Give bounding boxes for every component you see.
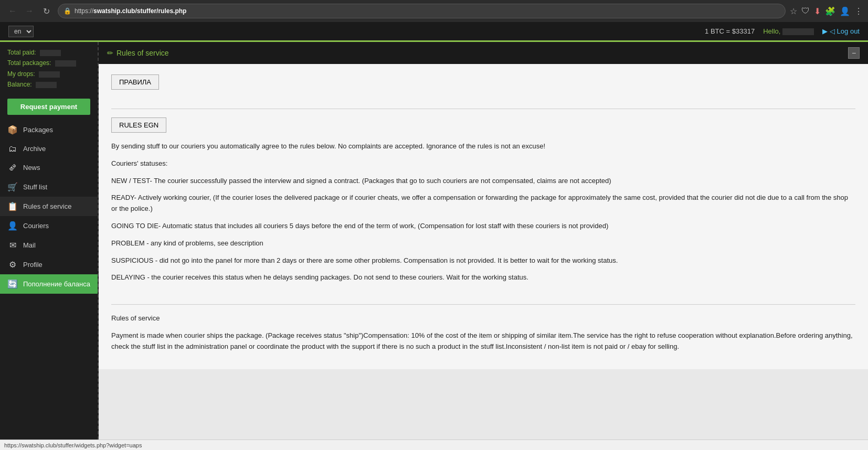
sidebar-item-label: Profile [23, 261, 43, 269]
rules-body: ПРАВИЛА RULES EGN By sending stuff to ou… [99, 64, 868, 369]
status-new-text: NEW / TEST- The courier successfully pas… [111, 176, 855, 187]
divider [111, 109, 855, 109]
intro-paragraph: By sending stuff to our couriers you aut… [111, 141, 855, 152]
forward-button[interactable]: → [22, 4, 37, 18]
sidebar-item-balance[interactable]: 🔄 Пополнение баланса [0, 274, 98, 294]
username-redacted [782, 28, 814, 35]
security-icon: 🔒 [63, 7, 71, 15]
sidebar-stats: Total paid: Total packages: My drops: Ba… [0, 42, 98, 95]
minimize-button[interactable]: − [848, 47, 860, 59]
sidebar-item-label: Rules of service [23, 202, 71, 210]
my-drops-stat: My drops: [7, 69, 90, 79]
sidebar-item-label: Пополнение баланса [23, 280, 90, 288]
browser-actions: 🛡 ⬇ 🧩 👤 ⋮ [801, 6, 863, 16]
nav-buttons: ← → ↻ [5, 4, 54, 18]
rules-header: ✏ Rules of service − [99, 42, 868, 64]
url-display: https://swatship.club/stuffer/rules.php [75, 7, 186, 15]
browser-chrome: ← → ↻ 🔒 https://swatship.club/stuffer/ru… [0, 0, 868, 22]
sidebar-item-label: News [23, 164, 40, 172]
total-packages-stat: Total packages: [7, 58, 90, 68]
status-suspicious-text: SUSPICIOUS - did not go into the panel f… [111, 255, 855, 266]
rules-icon: 📋 [7, 201, 18, 211]
sidebar-item-label: Couriers [23, 222, 49, 230]
pravila-button[interactable]: ПРАВИЛА [111, 74, 159, 90]
menu-icon[interactable]: ⋮ [854, 6, 863, 16]
couriers-icon: 👤 [7, 221, 18, 231]
my-drops-label: My drops: [7, 70, 35, 78]
address-bar[interactable]: 🔒 https://swatship.club/stuffer/rules.ph… [58, 4, 786, 18]
payment-text: Payment is made when courier ships the p… [111, 330, 855, 352]
balance-stat: Balance: [7, 79, 90, 90]
rules-egn-section: RULES EGN By sending stuff to our courie… [111, 117, 855, 283]
sidebar-item-couriers[interactable]: 👤 Couriers [0, 216, 98, 235]
logout-button[interactable]: ▶ ◁ Log out [822, 27, 860, 35]
hello-text: Hello, [763, 27, 814, 35]
bookmark-button[interactable]: ☆ [790, 6, 797, 16]
sidebar-item-profile[interactable]: ⚙ Profile [0, 255, 98, 274]
main-content: ✏ Rules of service − ПРАВИЛА RULES EGN B… [99, 42, 868, 450]
sidebar-item-label: Archive [23, 145, 46, 153]
top-right: 1 BTC = $33317 Hello, ▶ ◁ Log out [705, 27, 860, 35]
rules-egn-button[interactable]: RULES EGN [111, 117, 166, 133]
sidebar-item-rules[interactable]: 📋 Rules of service [0, 197, 98, 216]
rules-text-content: By sending stuff to our couriers you aut… [111, 141, 855, 283]
status-ready-text: READY- Actively working courier, (If the… [111, 192, 855, 215]
back-button[interactable]: ← [5, 4, 20, 18]
sidebar-item-news[interactable]: 🗞 News [0, 158, 98, 177]
balance-icon: 🔄 [7, 279, 18, 289]
profile-icon: 👤 [840, 6, 850, 16]
download-icon: ⬇ [814, 6, 821, 16]
total-packages-value [55, 60, 76, 67]
status-problem-text: PROBLEM - any kind of problems, see desc… [111, 238, 855, 249]
news-icon: 🗞 [7, 163, 18, 173]
couriers-statuses-label: Couriers' statuses: [111, 158, 855, 169]
reload-button[interactable]: ↻ [39, 4, 54, 18]
main-layout: Total paid: Total packages: My drops: Ba… [0, 42, 868, 450]
sidebar-item-label: Stuff list [23, 183, 47, 191]
balance-value [36, 82, 57, 88]
stuff-list-icon: 🛒 [7, 182, 18, 192]
sidebar-navigation: 📦 Packages 🗂 Archive 🗞 News 🛒 Stuff list… [0, 120, 98, 294]
top-bar: en ru 1 BTC = $33317 Hello, ▶ ◁ Log out [0, 22, 868, 42]
sidebar: Total paid: Total packages: My drops: Ba… [0, 42, 99, 450]
rules-page-title: Rules of service [117, 49, 169, 57]
sidebar-item-label: Mail [23, 241, 36, 249]
sidebar-item-mail[interactable]: ✉ Mail [0, 235, 98, 255]
pencil-icon: ✏ [107, 49, 113, 57]
sidebar-item-label: Packages [23, 126, 53, 134]
url-path: /stuffer/rules.php [135, 7, 186, 15]
mail-icon: ✉ [7, 240, 18, 250]
my-drops-value [39, 71, 60, 78]
pravila-section: ПРАВИЛА [111, 74, 855, 100]
shield-icon: 🛡 [801, 6, 810, 16]
balance-label: Balance: [7, 81, 32, 88]
logout-icon: ▶ [822, 27, 828, 35]
rules-header-title: ✏ Rules of service [107, 49, 169, 57]
sidebar-item-packages[interactable]: 📦 Packages [0, 120, 98, 140]
total-packages-label: Total packages: [7, 59, 51, 67]
rules-of-service-heading: Rules of service [111, 313, 855, 324]
language-select[interactable]: en ru [8, 26, 34, 37]
btc-price: 1 BTC = $33317 [705, 27, 755, 35]
status-going-to-die-text: GOING TO DIE- Automatic status that incl… [111, 221, 855, 232]
total-paid-value [40, 50, 61, 56]
status-bar: https://swatship.club/stuffer/widgets.ph… [0, 440, 868, 450]
request-payment-button[interactable]: Request payment [7, 99, 90, 115]
status-url: https://swatship.club/stuffer/widgets.ph… [4, 442, 142, 448]
packages-icon: 📦 [7, 125, 18, 135]
bottom-rules-text: Rules of service Payment is made when co… [111, 313, 855, 352]
status-delaying-text: DELAYING - the courier receives this sta… [111, 272, 855, 283]
extension-icon: 🧩 [825, 6, 835, 16]
total-paid-stat: Total paid: [7, 47, 90, 58]
sidebar-item-stuff-list[interactable]: 🛒 Stuff list [0, 177, 98, 197]
archive-icon: 🗂 [7, 144, 18, 154]
total-paid-label: Total paid: [7, 49, 36, 56]
url-domain: swatship.club [93, 7, 135, 15]
profile-gear-icon: ⚙ [7, 260, 18, 270]
sidebar-item-archive[interactable]: 🗂 Archive [0, 140, 98, 158]
bottom-rules-section: Rules of service Payment is made when co… [111, 304, 855, 352]
